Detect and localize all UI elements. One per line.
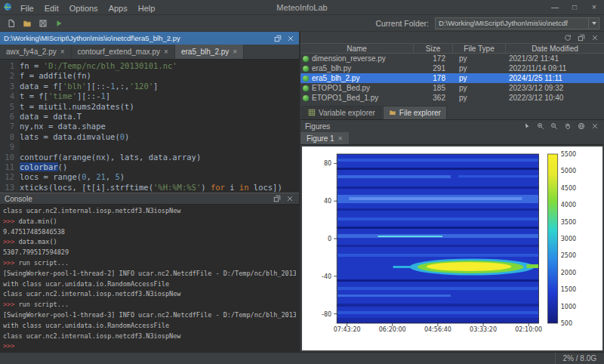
- file-type-cell: py: [453, 74, 506, 82]
- close-tab-icon[interactable]: ×: [164, 48, 168, 56]
- main-area: D:\Working\MIScript\Jython\mis\io\netcdf…: [0, 32, 604, 352]
- menu-file[interactable]: File: [15, 2, 39, 14]
- colorbar-tick-label: 4500: [561, 184, 576, 191]
- close-tab-icon[interactable]: ×: [60, 48, 65, 56]
- code-text: t = miutil.nums2dates(t): [20, 102, 134, 112]
- menu-help[interactable]: Help: [133, 2, 161, 14]
- dropdown-arrow-icon[interactable]: [588, 18, 599, 29]
- x-tick-label: 04:56:40: [424, 326, 451, 333]
- file-name-cell: era5_blh_2.py: [300, 74, 414, 82]
- colorbar-tick-label: 1500: [561, 286, 576, 293]
- figures-title: Figures: [305, 122, 518, 131]
- tab-file-explorer[interactable]: File explorer: [383, 106, 447, 119]
- y-tick-label: 40: [324, 198, 331, 205]
- line-number: 8: [0, 132, 20, 142]
- console-line: class ucar.nc2.internal.iosp.netcdf3.N3i…: [3, 332, 296, 342]
- close-panel-icon[interactable]: [590, 122, 599, 131]
- refresh-icon[interactable]: [562, 32, 572, 42]
- file-table-header: NameSizeFile TypeDate Modified: [300, 44, 604, 54]
- file-table: NameSizeFile TypeDate Modified dimension…: [300, 43, 604, 105]
- zoom-in-icon[interactable]: [535, 122, 545, 131]
- code-line: 3data = f['blh'][::-1,:,'120']: [0, 82, 299, 91]
- table-icon: [308, 109, 316, 118]
- float-panel-icon[interactable]: [272, 194, 282, 204]
- line-number: 6: [0, 112, 20, 122]
- table-row[interactable]: era5_blh_2.py178py2024/1/25 11:11: [300, 73, 604, 83]
- table-row[interactable]: dimension_reverse.py172py2021/3/2 11:41: [300, 54, 604, 63]
- x-tick-label: 06:20:00: [379, 326, 406, 333]
- editor-tab[interactable]: contourf_extend_max.py×: [72, 45, 175, 59]
- memory-indicator[interactable]: 2% / 8.0G: [555, 353, 604, 364]
- tab-label: Variable explorer: [319, 109, 375, 117]
- column-header-name[interactable]: Name: [300, 44, 414, 53]
- console-title: Console: [5, 195, 269, 203]
- float-panel-icon[interactable]: [273, 33, 282, 43]
- meteoinfolab-window: FileEditOptionsAppsHelp MeteoInfoLab — □…: [0, 0, 604, 364]
- run-script-button[interactable]: [52, 17, 66, 30]
- x-tick-label: 07:43:20: [334, 326, 361, 333]
- code-line: 1fn = 'D:/Temp/nc/blh_20130101.nc': [0, 61, 299, 71]
- code-text: data = data.T: [20, 112, 82, 122]
- table-row[interactable]: era5_blh.py291py2022/11/14 09:11: [300, 63, 604, 73]
- py-file-icon: [303, 56, 309, 62]
- code-line: 6data = data.T: [0, 112, 299, 122]
- line-number: 13: [0, 183, 20, 193]
- code-text: contourf(arange(nx), lats, data.array): [20, 153, 201, 162]
- open-file-button[interactable]: [20, 17, 34, 30]
- line-number: 11: [0, 162, 20, 172]
- save-button[interactable]: [36, 17, 50, 30]
- py-file-icon: [303, 76, 309, 82]
- menu-apps[interactable]: Apps: [103, 2, 133, 14]
- column-header-file-type[interactable]: File Type: [453, 44, 506, 53]
- float-panel-icon[interactable]: [576, 32, 586, 42]
- column-header-size[interactable]: Size: [414, 44, 453, 53]
- minimize-button[interactable]: —: [545, 0, 565, 14]
- file-date-cell: 2023/3/12 09:32: [506, 84, 604, 92]
- x-tick-label: 03:33:20: [470, 326, 497, 333]
- main-toolbar: Current Folder: D:\Working\MIScript\Jyth…: [0, 15, 604, 32]
- menu-list: FileEditOptionsAppsHelp: [15, 1, 160, 14]
- close-tab-icon[interactable]: ×: [338, 134, 343, 143]
- console-line: class ucar.nc2.internal.iosp.netcdf3.N3i…: [3, 289, 296, 300]
- close-panel-icon[interactable]: [285, 194, 294, 204]
- figures-panel-header: Figures: [300, 120, 604, 132]
- y-tick-label: -80: [322, 310, 331, 317]
- editor-tab-bar: awx_fy4a_2.py×contourf_extend_max.py×era…: [0, 45, 299, 60]
- colorbar: [548, 154, 558, 323]
- close-tab-icon[interactable]: ×: [233, 48, 237, 56]
- zoom-out-icon[interactable]: [549, 122, 559, 131]
- y-tick-marks: [334, 163, 337, 313]
- pan-hand-icon[interactable]: [562, 122, 572, 131]
- colorbar-tick-label: 4000: [561, 202, 576, 208]
- console-line: 9.47517485846538: [3, 227, 296, 238]
- figure-tab[interactable]: Figure 1 ×: [300, 132, 349, 144]
- colorbar-tick-label: 3000: [561, 236, 576, 242]
- menu-edit[interactable]: Edit: [39, 2, 64, 14]
- console-output[interactable]: class ucar.nc2.internal.iosp.netcdf3.N3i…: [0, 205, 299, 352]
- menu-options[interactable]: Options: [64, 2, 103, 14]
- tab-label: File explorer: [399, 109, 441, 117]
- full-extent-icon[interactable]: [576, 122, 586, 131]
- current-folder-combobox[interactable]: D:\Working\MIScript\Jython\mis\io\netcdf: [435, 17, 599, 29]
- maximize-button[interactable]: □: [565, 0, 584, 14]
- folder-icon: [389, 109, 396, 118]
- close-panel-icon[interactable]: [285, 33, 295, 43]
- figure-canvas[interactable]: 80400-40-8007:43:2006:20:0004:56:4003:33…: [302, 147, 602, 350]
- colorbar-tick-label: 5500: [561, 151, 576, 158]
- select-cursor-icon[interactable]: [522, 122, 532, 131]
- column-header-date-modified[interactable]: Date Modified: [506, 44, 604, 53]
- file-type-cell: py: [453, 64, 506, 72]
- table-row[interactable]: ETOPO1_Bed.py185py2023/3/12 09:32: [300, 83, 604, 93]
- editor-tab[interactable]: era5_blh_2.py×: [175, 45, 244, 59]
- code-editor[interactable]: 1fn = 'D:/Temp/nc/blh_20130101.nc'2f = a…: [0, 60, 299, 193]
- tab-variable-explorer[interactable]: Variable explorer: [302, 106, 381, 119]
- code-line: 10contourf(arange(nx), lats, data.array): [0, 153, 299, 162]
- close-panel-icon[interactable]: [590, 32, 599, 42]
- new-file-button[interactable]: [5, 17, 18, 30]
- table-row[interactable]: ETOPO1_Bed_1.py362py2022/3/12 10:40: [300, 93, 604, 103]
- close-button[interactable]: ×: [584, 0, 604, 14]
- code-text: ny,nx = data.shape: [20, 122, 106, 131]
- editor-tab[interactable]: awx_fy4a_2.py×: [0, 45, 72, 59]
- editor-tab-label: contourf_extend_max.py: [78, 48, 161, 56]
- editor-file-path: D:\Working\MIScript\Jython\mis\io\netcdf…: [4, 34, 270, 42]
